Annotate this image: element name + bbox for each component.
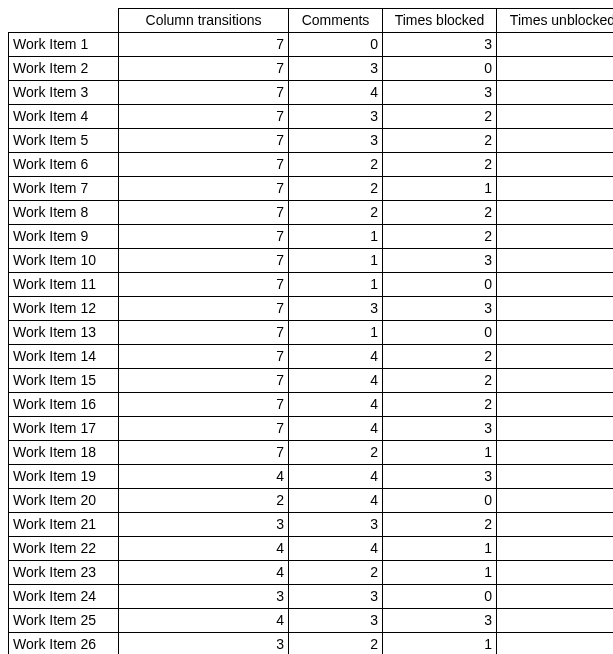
table-row: Work Item 234211 — [9, 561, 614, 585]
row-label: Work Item 18 — [9, 441, 119, 465]
cell-value: 3 — [383, 249, 497, 273]
table-row: Work Item 157422 — [9, 369, 614, 393]
cell-value: 0 — [497, 57, 614, 81]
cell-value: 7 — [119, 321, 289, 345]
cell-value: 0 — [497, 321, 614, 345]
table-row: Work Item 97122 — [9, 225, 614, 249]
cell-value: 7 — [119, 225, 289, 249]
row-label: Work Item 12 — [9, 297, 119, 321]
cell-value: 2 — [383, 105, 497, 129]
cell-value: 3 — [383, 33, 497, 57]
cell-value: 7 — [119, 105, 289, 129]
cell-value: 2 — [497, 129, 614, 153]
row-label: Work Item 9 — [9, 225, 119, 249]
cell-value: 7 — [119, 345, 289, 369]
cell-value: 1 — [383, 177, 497, 201]
cell-value: 3 — [497, 249, 614, 273]
table-row: Work Item 213322 — [9, 513, 614, 537]
cell-value: 3 — [119, 633, 289, 655]
cell-value: 4 — [119, 609, 289, 633]
header-comments: Comments — [289, 9, 383, 33]
row-label: Work Item 23 — [9, 561, 119, 585]
cell-value: 7 — [119, 57, 289, 81]
cell-value: 1 — [289, 249, 383, 273]
table-row: Work Item 47322 — [9, 105, 614, 129]
table-row: Work Item 177433 — [9, 417, 614, 441]
row-label: Work Item 16 — [9, 393, 119, 417]
cell-value: 2 — [289, 201, 383, 225]
table-row: Work Item 27300 — [9, 57, 614, 81]
header-blank — [9, 9, 119, 33]
cell-value: 4 — [289, 465, 383, 489]
cell-value: 4 — [289, 81, 383, 105]
table-header: Column transitions Comments Times blocke… — [9, 9, 614, 33]
table-row: Work Item 67222 — [9, 153, 614, 177]
row-label: Work Item 24 — [9, 585, 119, 609]
cell-value: 2 — [289, 441, 383, 465]
cell-value: 7 — [119, 441, 289, 465]
header-col-transitions: Column transitions — [119, 9, 289, 33]
cell-value: 7 — [119, 81, 289, 105]
cell-value: 2 — [497, 153, 614, 177]
cell-value: 1 — [289, 273, 383, 297]
row-label: Work Item 7 — [9, 177, 119, 201]
table-row: Work Item 263211 — [9, 633, 614, 655]
cell-value: 3 — [289, 513, 383, 537]
cell-value: 0 — [497, 585, 614, 609]
table-row: Work Item 87222 — [9, 201, 614, 225]
cell-value: 3 — [497, 81, 614, 105]
cell-value: 2 — [383, 129, 497, 153]
cell-value: 4 — [289, 345, 383, 369]
cell-value: 2 — [383, 345, 497, 369]
work-items-table: Column transitions Comments Times blocke… — [8, 8, 613, 654]
header-times-blocked: Times blocked — [383, 9, 497, 33]
row-label: Work Item 3 — [9, 81, 119, 105]
cell-value: 3 — [497, 465, 614, 489]
row-label: Work Item 11 — [9, 273, 119, 297]
cell-value: 4 — [119, 561, 289, 585]
cell-value: 4 — [119, 465, 289, 489]
cell-value: 0 — [289, 33, 383, 57]
cell-value: 1 — [289, 321, 383, 345]
row-label: Work Item 20 — [9, 489, 119, 513]
row-label: Work Item 5 — [9, 129, 119, 153]
table-row: Work Item 107133 — [9, 249, 614, 273]
cell-value: 4 — [119, 537, 289, 561]
cell-value: 2 — [383, 153, 497, 177]
cell-value: 3 — [383, 297, 497, 321]
cell-value: 0 — [497, 273, 614, 297]
cell-value: 2 — [497, 393, 614, 417]
table-row: Work Item 202400 — [9, 489, 614, 513]
table-row: Work Item 137100 — [9, 321, 614, 345]
header-times-unblocked: Times unblocked — [497, 9, 614, 33]
cell-value: 1 — [383, 561, 497, 585]
cell-value: 0 — [383, 273, 497, 297]
cell-value: 1 — [289, 225, 383, 249]
cell-value: 3 — [383, 609, 497, 633]
row-label: Work Item 25 — [9, 609, 119, 633]
table-row: Work Item 187211 — [9, 441, 614, 465]
row-label: Work Item 10 — [9, 249, 119, 273]
cell-value: 7 — [119, 201, 289, 225]
cell-value: 0 — [383, 321, 497, 345]
table-row: Work Item 37433 — [9, 81, 614, 105]
cell-value: 1 — [383, 441, 497, 465]
table-row: Work Item 243300 — [9, 585, 614, 609]
cell-value: 7 — [119, 153, 289, 177]
cell-value: 2 — [289, 561, 383, 585]
cell-value: 3 — [289, 609, 383, 633]
cell-value: 2 — [497, 225, 614, 249]
cell-value: 2 — [383, 393, 497, 417]
cell-value: 2 — [383, 201, 497, 225]
cell-value: 2 — [119, 489, 289, 513]
cell-value: 3 — [383, 465, 497, 489]
cell-value: 4 — [289, 537, 383, 561]
cell-value: 7 — [119, 369, 289, 393]
table-row: Work Item 147422 — [9, 345, 614, 369]
table-row: Work Item 194433 — [9, 465, 614, 489]
row-label: Work Item 19 — [9, 465, 119, 489]
cell-value: 1 — [497, 561, 614, 585]
cell-value: 3 — [289, 105, 383, 129]
row-label: Work Item 6 — [9, 153, 119, 177]
cell-value: 1 — [497, 633, 614, 655]
